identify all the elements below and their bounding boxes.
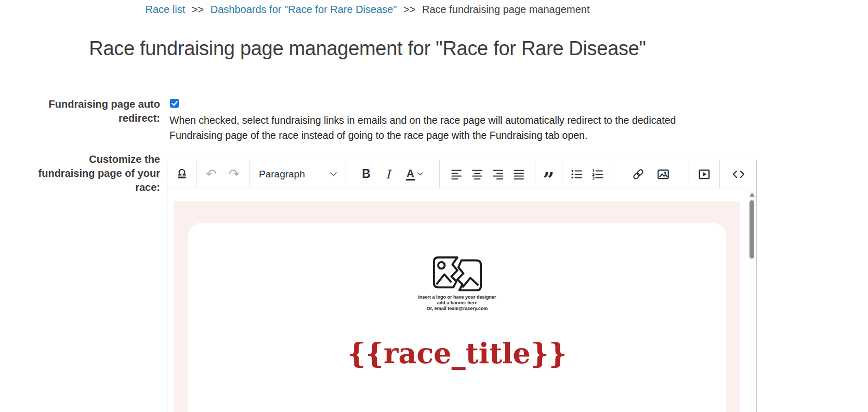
toolbar-button-bold[interactable]: B [356, 164, 377, 185]
editor-scrollbar[interactable] [748, 189, 755, 411]
editor-content-area[interactable]: Insert a logo or have your designer add … [167, 188, 756, 412]
toolbar-button-image[interactable] [653, 164, 674, 185]
toolbar-group-stamp [167, 160, 196, 188]
toolbar-button-align-justify[interactable] [508, 164, 529, 185]
toolbar-group-insert [612, 160, 689, 188]
paragraph-format-select[interactable]: Paragraph [249, 164, 346, 185]
toolbar-button-numbered-list[interactable]: 123 [587, 164, 608, 185]
stamp-icon [175, 168, 189, 181]
breadcrumb-separator: >> [403, 4, 415, 15]
auto-redirect-field: When checked, select fundraising links i… [167, 97, 711, 143]
bold-icon: B [362, 167, 371, 181]
toolbar-button-align-right[interactable] [488, 164, 508, 185]
toolbar-group-history: ↶ ↷ [196, 160, 249, 188]
toolbar-button-link[interactable] [628, 164, 649, 185]
placeholder-line: add a banner here [188, 300, 726, 306]
breadcrumb-separator: >> [192, 4, 204, 15]
banner-placeholder-text: Insert a logo or have your designer add … [188, 294, 726, 312]
svg-text:3: 3 [592, 176, 595, 181]
breadcrumb-current: Race fundraising page management [422, 4, 589, 15]
toolbar-button-align-center[interactable] [467, 164, 488, 185]
bullet-list-icon [570, 168, 583, 181]
undo-icon: ↶ [206, 168, 217, 181]
field-label-auto-redirect: Fundraising page auto redirect: [0, 97, 160, 125]
toolbar-button-text-color[interactable]: A [400, 164, 430, 185]
toolbar-group-blockquote: ” [535, 160, 562, 188]
auto-redirect-checkbox[interactable] [170, 99, 179, 108]
broken-image-icon [431, 254, 483, 292]
form-row-auto-redirect: Fundraising page auto redirect: When che… [0, 97, 868, 143]
form-row-customize-page: Customize the fundraising page of your r… [0, 152, 868, 412]
chevron-down-icon [417, 172, 423, 176]
toolbar-button-italic[interactable]: I [378, 164, 399, 185]
chevron-down-icon [330, 172, 337, 176]
align-left-icon [450, 168, 463, 181]
numbered-list-icon: 123 [591, 168, 604, 181]
media-icon [698, 168, 711, 181]
placeholder-line: Or, email team@racery.com [188, 306, 726, 312]
toolbar-group-lists: 123 [562, 160, 612, 188]
toolbar-group-format: Paragraph [249, 160, 346, 188]
text-color-icon: A [406, 168, 414, 181]
toolbar-group-source [720, 160, 756, 188]
auto-redirect-description: When checked, select fundraising links i… [167, 113, 711, 143]
toolbar-button-redo[interactable]: ↷ [224, 164, 245, 185]
redo-icon: ↷ [229, 168, 240, 181]
toolbar-group-text-style: B I A [346, 160, 440, 188]
scrollbar-thumb[interactable] [749, 200, 754, 259]
toolbar-button-bullet-list[interactable] [567, 164, 587, 185]
image-icon [656, 168, 670, 181]
toolbar-button-align-left[interactable] [446, 164, 467, 185]
page-title: Race fundraising page management for "Ra… [0, 37, 735, 60]
align-right-icon [492, 168, 504, 181]
breadcrumb-link-race-list[interactable]: Race list [146, 4, 186, 15]
race-title-token: {{race_title}} [188, 339, 726, 367]
fundraising-page-preview-card: Insert a logo or have your designer add … [188, 223, 726, 412]
toolbar-button-blockquote[interactable]: ” [538, 164, 559, 185]
placeholder-line: Insert a logo or have your designer [188, 294, 726, 300]
source-code-icon [732, 168, 745, 181]
page-header: Race list >> Dashboards for "Race for Ra… [0, 0, 735, 60]
toolbar-button-undo[interactable]: ↶ [201, 164, 222, 185]
toolbar-button-stamp[interactable] [172, 164, 192, 185]
toolbar-button-source-code[interactable] [728, 164, 749, 185]
breadcrumb-link-dashboards[interactable]: Dashboards for "Race for Rare Disease" [211, 4, 397, 15]
link-icon [632, 168, 645, 181]
rich-text-editor: ↶ ↷ Paragraph [167, 160, 757, 412]
toolbar-group-alignment [440, 160, 535, 188]
align-center-icon [471, 168, 483, 181]
page: Race list >> Dashboards for "Race for Ra… [0, 0, 868, 412]
field-label-customize: Customize the fundraising page of your r… [0, 152, 160, 195]
align-justify-icon [512, 168, 525, 181]
toolbar-group-media [689, 160, 720, 188]
scroll-up-icon[interactable] [749, 192, 755, 197]
customize-field: ↶ ↷ Paragraph [167, 152, 757, 412]
toolbar-button-media[interactable] [694, 164, 715, 185]
settings-form: Fundraising page auto redirect: When che… [0, 97, 868, 412]
breadcrumb: Race list >> Dashboards for "Race for Ra… [0, 0, 735, 16]
fundraising-page-background: Insert a logo or have your designer add … [174, 201, 740, 412]
checkmark-icon [172, 101, 178, 106]
italic-icon: I [386, 168, 390, 181]
paragraph-format-value: Paragraph [259, 169, 305, 180]
editor-toolbar: ↶ ↷ Paragraph [167, 160, 756, 188]
